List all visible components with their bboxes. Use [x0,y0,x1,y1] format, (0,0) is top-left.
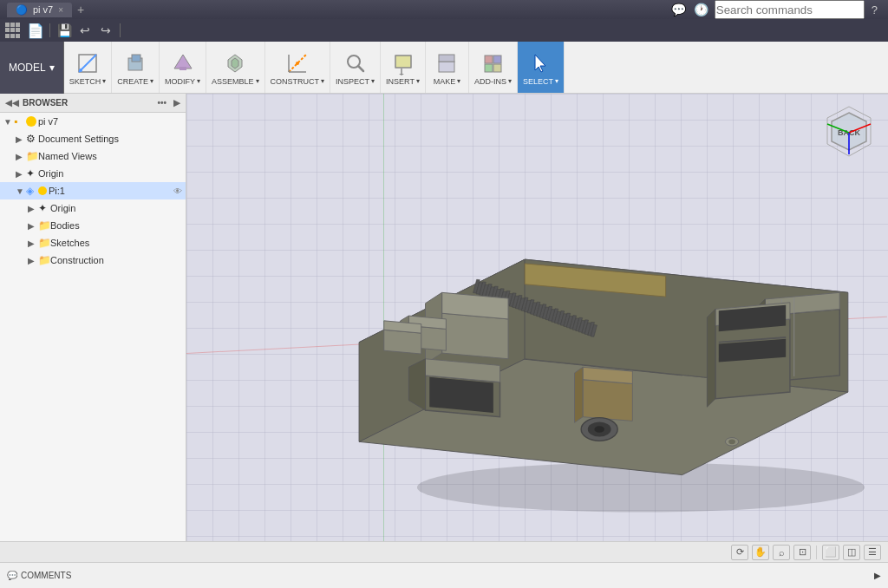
tree-label-pi: pi v7 [38,116,182,127]
browser-settings-icon[interactable]: ••• [157,98,166,108]
tree-icon-origin: ✦ [38,202,50,214]
tree-item-construction[interactable]: ▶ 📁 Construction [0,252,186,269]
toolbar-inspect[interactable]: INSPECT▾ [330,42,381,93]
tree-icon-namedviews: 📁 [26,150,38,162]
pan-icon[interactable]: ✋ [752,545,769,560]
save-icon[interactable]: 💾 [55,21,74,40]
tree-label-sketches: Sketches [50,238,182,248]
svg-marker-90 [707,309,715,407]
bottom-panel: 💬 COMMENTS ▶ [0,562,888,588]
svg-marker-100 [384,330,421,354]
clock-icon[interactable]: 🕐 [692,0,711,19]
svg-marker-18 [399,74,404,75]
view-controls: ⟳ ✋ ⌕ ⊡ ⬜ ◫ ☰ [731,545,881,560]
addins-icon [479,49,506,77]
create-label: CREATE▾ [117,77,153,86]
document-tab[interactable]: 🔵 pi v7 × [7,3,72,17]
chat-icon[interactable]: 💬 [669,0,689,19]
toolbar-select[interactable]: SELECT▾ [518,42,565,93]
inspect-label: INSPECT▾ [336,77,375,86]
nav-cube[interactable]: BACK [819,102,879,163]
tree-label-namedviews: Named Views [38,151,182,161]
svg-rect-20 [439,55,454,62]
menu-bar: 📄 💾 ↩ ↪ [0,19,888,42]
svg-rect-24 [493,64,501,72]
tree-arrow-construction: ▶ [28,256,38,265]
tree-icon-gear: ⚙ [26,133,38,145]
tree-item-origin-root[interactable]: ▶ ✦ Origin [0,165,186,182]
status-bar: ⟳ ✋ ⌕ ⊡ ⬜ ◫ ☰ [0,541,888,562]
tree-item-sketches[interactable]: ▶ 📁 Sketches [0,234,186,252]
tree-arrow-pi: ▼ [3,117,14,127]
modify-icon [169,49,197,77]
undo-icon[interactable]: ↩ [75,21,95,40]
addins-label: ADD-INS▾ [474,77,512,86]
tree-arrow-bodies: ▶ [28,221,38,231]
file-icon[interactable]: 📄 [26,21,45,40]
svg-point-99 [594,426,604,433]
appearance-icon[interactable]: ◫ [843,545,860,560]
assemble-icon [221,49,249,77]
toolbar-construct[interactable]: CONSTRUCT▾ [265,42,331,93]
3d-viewport[interactable]: // Can't use script in SVG like this, wi… [186,94,888,541]
tree-eye-pi1[interactable]: 👁 [173,186,182,196]
browser-collapse-arrow[interactable]: ◀◀ [5,98,19,108]
tree-item-pi1[interactable]: ▼ ◈ Pi:1 👁 [0,182,186,199]
tree-icon-construction: 📁 [38,254,50,266]
sketch-icon [74,49,101,77]
toolbar-create[interactable]: CREATE▾ [112,42,160,93]
svg-rect-4 [132,55,140,62]
app-grid-icon[interactable] [5,23,21,38]
orbit-icon[interactable]: ⟳ [731,545,748,560]
view-cube-icon[interactable]: ⬜ [822,545,839,560]
svg-rect-21 [485,56,493,63]
tree-bullet-pi [26,116,36,127]
construct-icon [284,49,311,77]
toolbar-make[interactable]: MAKE▾ [426,42,469,93]
search-input[interactable] [715,0,865,19]
fit-icon[interactable]: ⊡ [793,545,811,560]
toolbar-sketch[interactable]: SKETCH▾ [64,42,113,93]
svg-marker-81 [429,377,493,413]
tree-item-origin[interactable]: ▶ ✦ Origin [0,199,186,217]
toolbar-modify[interactable]: MODIFY▾ [160,42,206,93]
browser-expand-icon[interactable]: ▶ [173,98,180,108]
create-icon [121,49,149,77]
zoom-icon[interactable]: ⌕ [773,545,790,560]
help-button[interactable]: ? [868,0,881,19]
tree-item-doc-settings[interactable]: ▶ ⚙ Document Settings [0,130,186,147]
tree-icon-bodies: 📁 [38,219,50,232]
comments-label: COMMENTS [21,571,71,580]
redo-icon[interactable]: ↪ [96,21,115,40]
svg-marker-5 [174,55,192,69]
tree-item-pi-root[interactable]: ▼ ▪ pi v7 [0,113,186,130]
toolbar-addins[interactable]: ADD-INS▾ [469,42,518,93]
svg-marker-25 [535,55,545,72]
svg-marker-96 [575,367,584,422]
tree-item-named-views[interactable]: ▶ 📁 Named Views [0,147,186,165]
tab-title: pi v7 [33,4,53,15]
tree-icon-sketches: 📁 [38,237,50,249]
tree-label-origin-root: Origin [38,168,182,179]
toolbar-insert[interactable]: INSERT▾ [381,42,426,93]
model-label: MODEL [9,62,46,74]
svg-rect-19 [439,62,454,72]
window-controls: 💬 🕐 ? [669,0,881,19]
construct-label: CONSTRUCT▾ [271,77,325,86]
toolbar-assemble[interactable]: ASSEMBLE▾ [206,42,265,93]
sketch-label: SKETCH▾ [69,77,107,86]
new-tab-button[interactable]: + [77,3,84,16]
close-tab-button[interactable]: × [58,5,63,15]
tree-arrow-origin: ▶ [28,204,38,213]
browser-header: ◀◀ BROWSER ••• ▶ [0,94,186,113]
svg-rect-23 [493,56,501,63]
svg-marker-72 [442,313,508,359]
comments-expand-icon[interactable]: ▶ [874,571,881,580]
model-dropdown[interactable]: MODEL ▾ [0,42,64,94]
toolbar: MODEL ▾ SKETCH▾ CREATE▾ [0,42,888,94]
browser-title: BROWSER [23,98,68,108]
display-icon[interactable]: ☰ [864,545,881,560]
comments-icon: 💬 [7,571,17,580]
svg-marker-94 [583,380,632,421]
tree-item-bodies[interactable]: ▶ 📁 Bodies [0,217,186,234]
